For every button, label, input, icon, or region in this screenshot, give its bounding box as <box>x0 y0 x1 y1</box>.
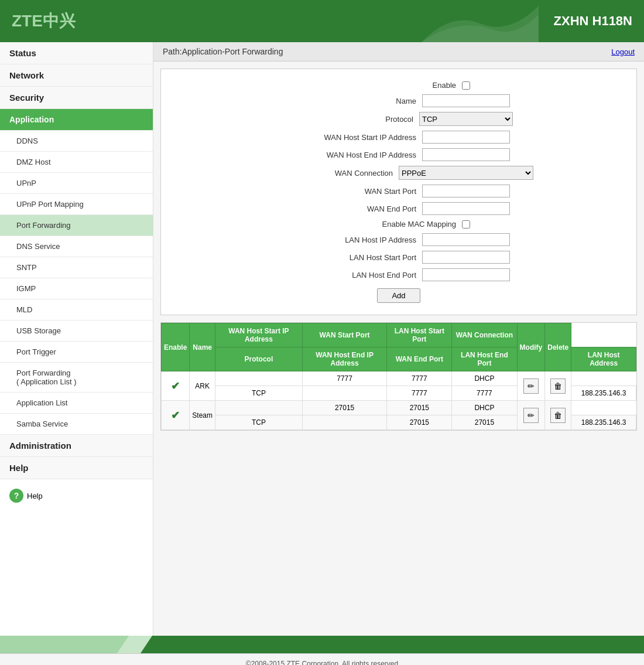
wan-host-start-label: WAN Host Start IP Address <box>287 133 416 142</box>
sidebar-item-upnp[interactable]: UPnP <box>0 173 153 194</box>
th-wan-host-start: WAN Host Start IP Address <box>215 323 303 347</box>
wan-connection-select[interactable]: PPPoE DHCP Static <box>399 166 533 180</box>
sidebar-item-port-forwarding[interactable]: Port Forwarding <box>0 215 153 236</box>
form-area: Enable Name Protocol TCP UDP TCP/UDP WAN… <box>160 69 637 315</box>
cell-wan-end-port: 27015 <box>387 415 452 430</box>
protocol-row: Protocol TCP UDP TCP/UDP <box>173 112 625 126</box>
modify-button[interactable]: ✏ <box>523 378 539 394</box>
svg-marker-1 <box>0 636 129 653</box>
enable-mac-checkbox[interactable] <box>462 220 470 229</box>
lan-host-ip-input[interactable] <box>422 233 510 246</box>
logout-link[interactable]: Logout <box>611 47 635 56</box>
name-input[interactable] <box>422 94 510 107</box>
cell-wan-connection: DHCP <box>452 371 517 386</box>
cell-name: ARK <box>190 371 215 401</box>
name-row: Name <box>173 94 625 107</box>
sidebar-item-application-list[interactable]: Application List <box>0 393 153 414</box>
sidebar-item-application[interactable]: Application <box>0 109 153 131</box>
cell-wan-connection: DHCP <box>452 401 517 415</box>
enable-checkbox[interactable] <box>462 81 470 90</box>
lan-start-port-row: LAN Host Start Port <box>173 251 625 264</box>
th-wan-connection: WAN Connection <box>452 323 517 347</box>
sidebar-item-status[interactable]: Status <box>0 42 153 64</box>
sidebar-item-security[interactable]: Security <box>0 87 153 109</box>
cell-enable: ✔ <box>162 401 190 430</box>
path-bar: Path:Application-Port Forwarding Logout <box>153 42 644 62</box>
modify-button[interactable]: ✏ <box>523 408 539 423</box>
delete-button[interactable]: 🗑 <box>550 378 566 394</box>
logo: ZTE中兴 <box>12 10 76 32</box>
wan-start-port-label: WAN Start Port <box>287 187 416 196</box>
lan-end-port-label: LAN Host End Port <box>287 271 416 279</box>
model-name: ZXHN H118N <box>554 13 632 29</box>
th-modify: Modify <box>517 323 545 371</box>
lan-host-ip-row: LAN Host IP Address <box>173 233 625 246</box>
cell-lan-host-address: 188.235.146.3 <box>571 415 636 430</box>
th-lan-host-end-port: LAN Host End Port <box>452 347 517 371</box>
cell-lan-host-address: 188.235.146.3 <box>571 386 636 401</box>
sidebar-item-network[interactable]: Network <box>0 64 153 87</box>
cell-lan-host-start-port: 7777 <box>387 371 452 386</box>
checkmark-icon: ✔ <box>171 410 180 421</box>
help-icon[interactable]: ? <box>9 489 23 503</box>
protocol-select[interactable]: TCP UDP TCP/UDP <box>419 112 513 126</box>
checkmark-icon: ✔ <box>171 380 180 392</box>
cell-lan-host-start-port: 27015 <box>387 401 452 415</box>
wan-connection-label: WAN Connection <box>264 169 393 178</box>
sidebar-item-port-forwarding-app-list[interactable]: Port Forwarding ( Application List ) <box>0 363 153 393</box>
wan-end-port-input[interactable] <box>422 202 510 215</box>
footer-green <box>0 636 644 653</box>
enable-mac-label: Enable MAC Mapping <box>327 220 456 229</box>
header: ZTE中兴 ZXHN H118N <box>0 0 644 42</box>
header-wave-decoration <box>422 0 539 42</box>
th-protocol: Protocol <box>215 347 303 371</box>
sidebar-item-sntp[interactable]: SNTP <box>0 257 153 278</box>
sidebar-item-ddns[interactable]: DDNS <box>0 131 153 152</box>
cell-name: Steam <box>190 401 215 430</box>
cell-delete: 🗑 <box>545 401 571 430</box>
wan-host-end-input[interactable] <box>422 148 510 161</box>
cell-lan-host-end-port: 7777 <box>452 386 517 401</box>
sidebar-item-dns-service[interactable]: DNS Service <box>0 236 153 257</box>
cell-wan-host-start <box>215 401 303 415</box>
th-wan-end-port: WAN End Port <box>387 347 452 371</box>
sidebar-item-port-trigger[interactable]: Port Trigger <box>0 342 153 363</box>
cell-protocol: TCP <box>215 415 303 430</box>
lan-end-port-input[interactable] <box>422 268 510 281</box>
sidebar-item-upnp-port-mapping[interactable]: UPnP Port Mapping <box>0 194 153 215</box>
copyright: ©2008-2015 ZTE Corporation. All rights r… <box>246 660 398 665</box>
sidebar-item-help[interactable]: Help <box>0 457 153 479</box>
wan-start-port-input[interactable] <box>422 185 510 197</box>
th-enable: Enable <box>162 323 190 371</box>
sidebar-item-igmp[interactable]: IGMP <box>0 278 153 299</box>
name-label: Name <box>287 97 416 105</box>
add-button-row: Add <box>173 288 625 303</box>
cell-modify: ✏ <box>517 371 545 401</box>
enable-row: Enable <box>173 81 625 90</box>
help-section: ? Help <box>0 479 153 512</box>
lan-start-port-input[interactable] <box>422 251 510 264</box>
cell-wan-host-end <box>302 415 387 430</box>
enable-label: Enable <box>327 81 456 90</box>
footer-wave-decoration <box>0 636 152 653</box>
th-lan-host-address: LAN Host Address <box>571 347 636 371</box>
table-row: ✔Steam2701527015DHCP✏🗑 <box>162 401 636 415</box>
sidebar-item-usb-storage[interactable]: USB Storage <box>0 320 153 342</box>
delete-button[interactable]: 🗑 <box>550 408 566 423</box>
edit-icon: ✏ <box>527 381 535 391</box>
protocol-label: Protocol <box>285 115 413 124</box>
cell-wan-start-port: 7777 <box>302 371 387 386</box>
cell-wan-host-start <box>215 371 303 386</box>
lan-host-ip-label: LAN Host IP Address <box>287 236 416 244</box>
add-button[interactable]: Add <box>377 288 420 303</box>
sidebar-item-samba-service[interactable]: Samba Service <box>0 414 153 435</box>
sidebar-item-administration[interactable]: Administration <box>0 435 153 457</box>
cell-lan-host-end-port: 27015 <box>452 415 517 430</box>
sidebar: Status Network Security Application DDNS… <box>0 42 153 636</box>
table-row: ✔ARK77777777DHCP✏🗑 <box>162 371 636 386</box>
sidebar-item-dmz-host[interactable]: DMZ Host <box>0 152 153 173</box>
th-wan-start-port: WAN Start Port <box>302 323 387 347</box>
wan-host-start-input[interactable] <box>422 131 510 144</box>
sidebar-item-mld[interactable]: MLD <box>0 299 153 320</box>
cell-wan-host-end <box>302 386 387 401</box>
